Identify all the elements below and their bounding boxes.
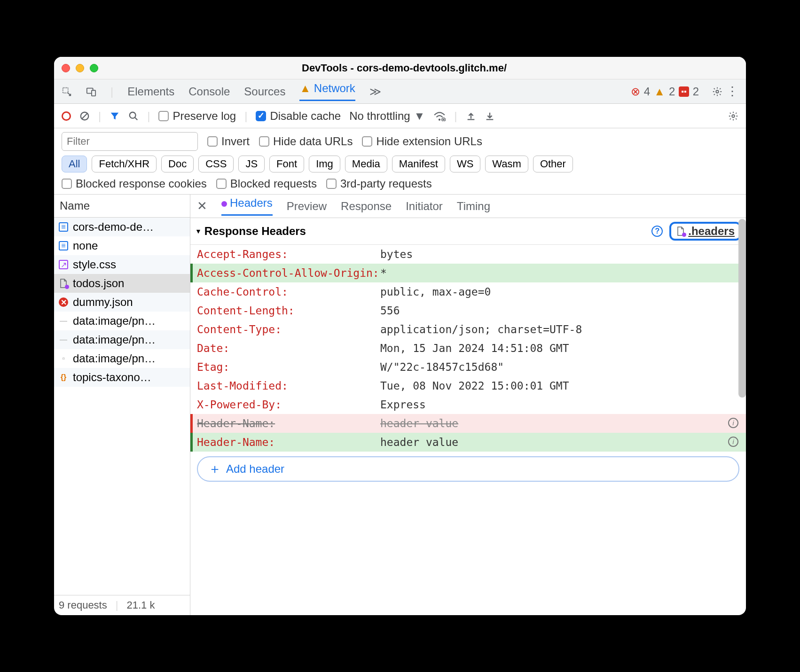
error-icon: ⊗ bbox=[631, 85, 640, 98]
device-toggle-icon[interactable] bbox=[86, 86, 96, 97]
tab-sources[interactable]: Sources bbox=[244, 85, 285, 98]
tab-elements[interactable]: Elements bbox=[127, 85, 174, 98]
blocked-cookies-checkbox[interactable]: Blocked response cookies bbox=[62, 177, 207, 190]
header-name: Content-Type: bbox=[197, 323, 380, 336]
request-name: data:image/pn… bbox=[73, 333, 156, 346]
detail-tabs: ✕ Headers Preview Response Initiator Tim… bbox=[190, 195, 746, 218]
request-row[interactable]: {}topics-taxono… bbox=[54, 368, 190, 387]
tab-initiator[interactable]: Initiator bbox=[406, 200, 443, 213]
chip-wasm[interactable]: Wasm bbox=[485, 156, 528, 172]
chip-other[interactable]: Other bbox=[533, 156, 573, 172]
header-name: Content-Length: bbox=[197, 305, 380, 317]
chip-css[interactable]: CSS bbox=[198, 156, 234, 172]
filter-input[interactable] bbox=[62, 132, 198, 151]
header-value: bytes bbox=[380, 248, 413, 260]
header-row[interactable]: Content-Type:application/json; charset=U… bbox=[190, 320, 746, 339]
invert-checkbox[interactable]: Invert bbox=[207, 135, 250, 148]
headers-override-file[interactable]: .headers bbox=[669, 222, 741, 241]
chip-all[interactable]: All bbox=[62, 156, 87, 172]
request-row[interactable]: —data:image/pn… bbox=[54, 312, 190, 330]
error-count[interactable]: 4 bbox=[644, 85, 650, 98]
filter-icon[interactable] bbox=[110, 111, 120, 121]
main-split: Name ≡cors-demo-de…≡none↗style.csstodos.… bbox=[54, 195, 746, 615]
blocked-requests-checkbox[interactable]: Blocked requests bbox=[216, 177, 317, 190]
upload-har-icon[interactable] bbox=[466, 111, 476, 121]
header-row[interactable]: Access-Control-Allow-Origin:* bbox=[190, 264, 746, 282]
request-row[interactable]: todos.json bbox=[54, 274, 190, 293]
chip-ws[interactable]: WS bbox=[450, 156, 480, 172]
close-window[interactable] bbox=[62, 64, 70, 72]
devtools-window: DevTools - cors-demo-devtools.glitch.me/… bbox=[54, 57, 746, 615]
override-indicator-icon bbox=[221, 201, 227, 207]
tab-response[interactable]: Response bbox=[341, 200, 392, 213]
header-name: Accept-Ranges: bbox=[197, 248, 380, 260]
chip-js[interactable]: JS bbox=[238, 156, 265, 172]
header-name: Header-Name: bbox=[197, 417, 380, 430]
chip-img[interactable]: Img bbox=[309, 156, 340, 172]
kebab-menu-icon[interactable]: ⋮ bbox=[726, 84, 738, 99]
warning-count[interactable]: 2 bbox=[669, 85, 675, 98]
close-detail-icon[interactable]: ✕ bbox=[197, 199, 207, 213]
request-row[interactable]: ≡cors-demo-de… bbox=[54, 218, 190, 236]
info-icon[interactable]: i bbox=[728, 418, 738, 428]
request-name: style.css bbox=[73, 258, 116, 271]
request-row[interactable]: ↗style.css bbox=[54, 255, 190, 274]
minimize-window[interactable] bbox=[76, 64, 84, 72]
inspect-icon[interactable] bbox=[62, 86, 72, 97]
third-party-checkbox[interactable]: 3rd-party requests bbox=[326, 177, 432, 190]
scrollbar[interactable] bbox=[738, 219, 746, 398]
header-value: * bbox=[380, 267, 387, 279]
disable-cache-checkbox[interactable]: Disable cache bbox=[256, 109, 341, 123]
throttling-select[interactable]: No throttling ▼ bbox=[349, 109, 425, 123]
chip-fetch-xhr[interactable]: Fetch/XHR bbox=[92, 156, 157, 172]
header-row[interactable]: Header-Name:header valuei bbox=[190, 414, 746, 433]
issue-count[interactable]: 2 bbox=[693, 85, 699, 98]
header-row[interactable]: Date:Mon, 15 Jan 2024 14:51:08 GMT bbox=[190, 339, 746, 358]
chip-doc[interactable]: Doc bbox=[161, 156, 194, 172]
request-row[interactable]: ≡none bbox=[54, 236, 190, 255]
tab-preview[interactable]: Preview bbox=[287, 200, 327, 213]
more-tabs[interactable]: ≫ bbox=[369, 85, 381, 98]
clear-icon[interactable] bbox=[79, 111, 90, 121]
maximize-window[interactable] bbox=[90, 64, 98, 72]
header-row[interactable]: Etag:W/"22c-18457c15d68" bbox=[190, 358, 746, 376]
tab-network[interactable]: ▲ Network bbox=[299, 82, 355, 101]
section-title: Response Headers bbox=[204, 225, 306, 238]
headers-list: Accept-Ranges:bytesAccess-Control-Allow-… bbox=[190, 245, 746, 452]
header-value: Tue, 08 Nov 2022 15:00:01 GMT bbox=[380, 380, 569, 392]
chip-media[interactable]: Media bbox=[345, 156, 387, 172]
request-row[interactable]: ✕dummy.json bbox=[54, 293, 190, 312]
header-row[interactable]: Accept-Ranges:bytes bbox=[190, 245, 746, 264]
network-conditions-icon[interactable] bbox=[433, 111, 446, 121]
svg-rect-2 bbox=[92, 90, 95, 96]
settings-icon[interactable] bbox=[712, 86, 722, 97]
header-row[interactable]: Last-Modified:Tue, 08 Nov 2022 15:00:01 … bbox=[190, 376, 746, 395]
panel-settings-icon[interactable] bbox=[728, 111, 738, 121]
tab-headers[interactable]: Headers bbox=[221, 196, 273, 216]
name-column-header[interactable]: Name bbox=[54, 195, 190, 218]
hide-data-urls-checkbox[interactable]: Hide data URLs bbox=[259, 135, 353, 148]
response-headers-section[interactable]: ▼ Response Headers ? .headers bbox=[190, 218, 746, 245]
request-name: none bbox=[73, 239, 98, 252]
header-row[interactable]: Content-Length:556 bbox=[190, 301, 746, 320]
header-row[interactable]: Cache-Control:public, max-age=0 bbox=[190, 282, 746, 301]
tab-timing[interactable]: Timing bbox=[457, 200, 490, 213]
download-har-icon[interactable] bbox=[485, 111, 495, 121]
add-header-button[interactable]: ＋ Add header bbox=[197, 456, 739, 482]
request-row[interactable]: —data:image/pn… bbox=[54, 330, 190, 349]
header-row[interactable]: Header-Name:header valuei bbox=[190, 433, 746, 452]
tab-console[interactable]: Console bbox=[188, 85, 230, 98]
info-icon[interactable]: i bbox=[728, 437, 738, 447]
hide-extension-urls-checkbox[interactable]: Hide extension URLs bbox=[362, 135, 482, 148]
header-row[interactable]: X-Powered-By:Express bbox=[190, 395, 746, 414]
header-value: Express bbox=[380, 399, 426, 411]
header-value: header value bbox=[380, 436, 458, 448]
request-row[interactable]: ▫data:image/pn… bbox=[54, 349, 190, 368]
preserve-log-checkbox[interactable]: Preserve log bbox=[158, 109, 236, 123]
record-button[interactable] bbox=[62, 111, 71, 121]
chip-manifest[interactable]: Manifest bbox=[392, 156, 445, 172]
chip-font[interactable]: Font bbox=[269, 156, 304, 172]
type-filter-chips: All Fetch/XHR Doc CSS JS Font Img Media … bbox=[62, 156, 738, 172]
search-icon[interactable] bbox=[128, 111, 139, 121]
help-icon[interactable]: ? bbox=[651, 226, 663, 237]
